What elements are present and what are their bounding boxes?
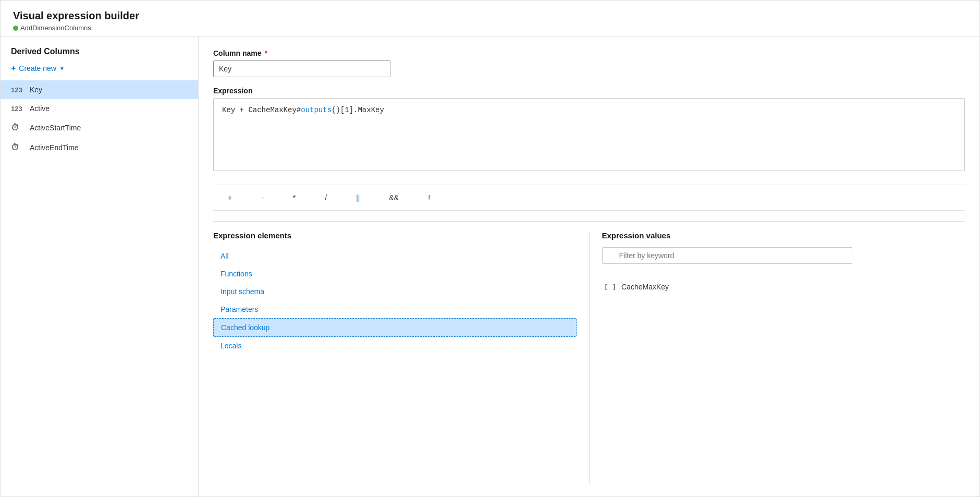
clock-icon: ⏱ bbox=[11, 123, 23, 132]
expression-elements-panel: Expression elements All Functions Input … bbox=[213, 231, 589, 484]
required-indicator: * bbox=[264, 49, 267, 57]
sidebar-item-activestarttime[interactable]: ⏱ ActiveStartTime bbox=[1, 118, 198, 138]
elem-all[interactable]: All bbox=[213, 247, 577, 265]
expression-text-after: ()[1].MaxKey bbox=[332, 106, 384, 114]
create-label: Create new bbox=[19, 64, 56, 72]
elem-cached-lookup[interactable]: Cached lookup bbox=[213, 318, 577, 337]
value-item-cachemaxkey[interactable]: [ ] CacheMaxKey bbox=[602, 278, 965, 295]
app-container: Visual expression builder AddDimensionCo… bbox=[0, 0, 980, 497]
sidebar-item-label: ActiveStartTime bbox=[30, 124, 81, 132]
sidebar-item-active[interactable]: 123 Active bbox=[1, 99, 198, 118]
operator-multiply[interactable]: * bbox=[278, 190, 310, 205]
clock-icon: ⏱ bbox=[11, 143, 23, 152]
sidebar-item-label: Active bbox=[30, 104, 50, 113]
create-new-button[interactable]: + Create new ▼ bbox=[1, 60, 198, 76]
sidebar: Derived Columns + Create new ▼ 123 Key 1… bbox=[1, 37, 199, 496]
expression-label: Expression bbox=[213, 87, 965, 95]
operator-plus[interactable]: + bbox=[213, 190, 247, 205]
status-dot bbox=[13, 26, 18, 31]
filter-input[interactable] bbox=[602, 247, 852, 264]
column-name-label: Column name * bbox=[213, 49, 965, 57]
page-title: Visual expression builder bbox=[13, 10, 967, 22]
expression-values-title: Expression values bbox=[602, 231, 965, 240]
elem-functions[interactable]: Functions bbox=[213, 265, 577, 283]
operator-or[interactable]: || bbox=[341, 190, 374, 205]
create-plus-icon: + bbox=[11, 64, 16, 73]
expression-elements-title: Expression elements bbox=[213, 231, 577, 240]
sidebar-item-label: Key bbox=[30, 86, 42, 94]
number-icon: 123 bbox=[11, 105, 23, 113]
subtitle-text: AddDimensionColumns bbox=[20, 24, 91, 32]
number-icon: 123 bbox=[11, 86, 23, 94]
column-name-group: Column name * bbox=[213, 49, 965, 77]
elem-parameters[interactable]: Parameters bbox=[213, 300, 577, 318]
elem-input-schema[interactable]: Input schema bbox=[213, 283, 577, 300]
header: Visual expression builder AddDimensionCo… bbox=[1, 1, 979, 37]
elem-locals[interactable]: Locals bbox=[213, 337, 577, 355]
sidebar-item-activeendtime[interactable]: ⏱ ActiveEndTime bbox=[1, 138, 198, 157]
expression-text-before: Key + CacheMaxKey# bbox=[222, 106, 301, 114]
header-subtitle: AddDimensionColumns bbox=[13, 24, 967, 32]
operator-minus[interactable]: - bbox=[247, 190, 278, 205]
sidebar-item-label: ActiveEndTime bbox=[30, 143, 79, 152]
operator-and[interactable]: && bbox=[374, 190, 413, 205]
chevron-down-icon: ▼ bbox=[59, 66, 65, 71]
operator-divide[interactable]: / bbox=[310, 190, 341, 205]
operator-not[interactable]: ! bbox=[413, 190, 445, 205]
operator-bar: + - * / || && ! bbox=[213, 185, 965, 211]
expression-highlight: outputs bbox=[301, 106, 332, 114]
value-label: CacheMaxKey bbox=[621, 283, 669, 291]
sidebar-section-title: Derived Columns bbox=[1, 47, 198, 56]
expression-values-panel: Expression values 🔍 [ ] CacheMaxKey bbox=[589, 231, 965, 484]
expression-group: Expression Key + CacheMaxKey#outputs()[1… bbox=[213, 87, 965, 171]
expression-editor[interactable]: Key + CacheMaxKey#outputs()[1].MaxKey bbox=[213, 98, 965, 171]
sidebar-item-key[interactable]: 123 Key bbox=[1, 80, 198, 99]
array-icon: [ ] bbox=[604, 283, 616, 291]
filter-wrapper: 🔍 bbox=[602, 247, 852, 271]
main-content: Column name * Expression Key + CacheMaxK… bbox=[199, 37, 979, 496]
main-layout: Derived Columns + Create new ▼ 123 Key 1… bbox=[1, 37, 979, 496]
lower-section: Expression elements All Functions Input … bbox=[213, 221, 965, 484]
column-name-input[interactable] bbox=[213, 60, 390, 77]
